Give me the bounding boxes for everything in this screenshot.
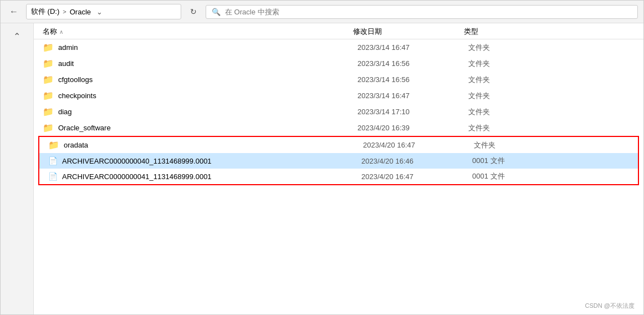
file-type: 文件夹 bbox=[468, 107, 635, 117]
folder-icon: 📁 bbox=[43, 123, 54, 133]
file-row-oradata[interactable]: 📁oradata2023/4/20 16:47文件夹 bbox=[39, 137, 638, 153]
file-name: Oracle_software bbox=[58, 124, 357, 132]
file-date: 2023/3/14 16:56 bbox=[357, 59, 468, 68]
file-date: 2023/3/14 16:47 bbox=[357, 92, 468, 100]
folder-icon: 📁 bbox=[43, 58, 54, 69]
file-name: ARCHIVEARC0000000041_1131468999.0001 bbox=[62, 172, 361, 181]
file-area: 名称 ∧ 修改日期 类型 📁admin2023/3/14 16:47文件夹📁au… bbox=[34, 23, 643, 314]
red-highlight-box: 📁oradata2023/4/20 16:47文件夹📄ARCHIVEARC000… bbox=[38, 136, 639, 185]
file-type: 0001 文件 bbox=[472, 156, 629, 166]
file-date: 2023/4/20 16:47 bbox=[363, 141, 474, 149]
file-name: admin bbox=[58, 43, 357, 52]
breadcrumb-folder: Oracle bbox=[70, 8, 91, 16]
file-date: 2023/3/14 16:47 bbox=[357, 43, 468, 52]
breadcrumb-separator: > bbox=[63, 8, 66, 15]
col-type-header[interactable]: 类型 bbox=[464, 27, 643, 37]
breadcrumb-dropdown-button[interactable]: ⌄ bbox=[94, 7, 104, 17]
breadcrumb[interactable]: 软件 (D:) > Oracle ⌄ bbox=[26, 4, 181, 19]
file-type: 0001 文件 bbox=[472, 171, 629, 181]
file-icon: 📄 bbox=[48, 172, 58, 181]
file-date: 2023/4/20 16:39 bbox=[357, 124, 468, 132]
folder-icon: 📁 bbox=[48, 140, 59, 150]
file-row-admin[interactable]: 📁admin2023/3/14 16:47文件夹 bbox=[34, 39, 643, 55]
file-name: checkpoints bbox=[58, 92, 357, 100]
sidebar: ⌃ bbox=[1, 23, 34, 314]
file-type: 文件夹 bbox=[468, 75, 635, 85]
file-date: 2023/4/20 16:46 bbox=[361, 157, 472, 165]
file-type: 文件夹 bbox=[474, 140, 629, 150]
file-row-diag[interactable]: 📁diag2023/3/14 17:10文件夹 bbox=[34, 104, 643, 120]
file-name: diag bbox=[58, 108, 357, 116]
file-list: 📁admin2023/3/14 16:47文件夹📁audit2023/3/14 … bbox=[34, 39, 643, 314]
file-type: 文件夹 bbox=[468, 123, 635, 133]
file-row-oracle_software[interactable]: 📁Oracle_software2023/4/20 16:39文件夹 bbox=[34, 120, 643, 136]
col-type-label: 类型 bbox=[464, 27, 478, 35]
folder-icon: 📁 bbox=[43, 74, 54, 85]
search-bar: 🔍 bbox=[206, 5, 638, 19]
breadcrumb-drive: 软件 (D:) bbox=[31, 7, 59, 17]
sort-arrow: ∧ bbox=[59, 29, 63, 35]
back-button[interactable]: ← bbox=[6, 4, 22, 19]
search-icon: 🔍 bbox=[212, 8, 221, 16]
file-type: 文件夹 bbox=[468, 59, 635, 69]
file-row-checkpoints[interactable]: 📁checkpoints2023/3/14 16:47文件夹 bbox=[34, 88, 643, 104]
file-row-cfgtoollogs[interactable]: 📁cfgtoollogs2023/3/14 16:56文件夹 bbox=[34, 72, 643, 88]
main-content: ⌃ 名称 ∧ 修改日期 类型 📁admin2023/3/14 16:47文件夹📁… bbox=[1, 23, 643, 314]
file-name: ARCHIVEARC0000000040_1131468999.0001 bbox=[62, 157, 361, 165]
watermark: CSDN @不依法度 bbox=[585, 302, 635, 310]
file-row-archive41[interactable]: 📄ARCHIVEARC0000000041_1131468999.0001202… bbox=[39, 169, 638, 184]
file-name: cfgtoollogs bbox=[58, 75, 357, 84]
address-bar: ← 软件 (D:) > Oracle ⌄ ↻ 🔍 bbox=[1, 1, 643, 23]
column-headers: 名称 ∧ 修改日期 类型 bbox=[34, 23, 643, 39]
sidebar-toggle[interactable]: ⌃ bbox=[11, 29, 23, 44]
file-date: 2023/4/20 16:47 bbox=[361, 172, 472, 181]
file-icon: 📄 bbox=[48, 156, 58, 165]
col-name-label: 名称 bbox=[43, 27, 57, 37]
folder-icon: 📁 bbox=[43, 106, 54, 117]
file-date: 2023/3/14 17:10 bbox=[357, 108, 468, 116]
file-row-audit[interactable]: 📁audit2023/3/14 16:56文件夹 bbox=[34, 55, 643, 72]
file-date: 2023/3/14 16:56 bbox=[357, 75, 468, 84]
file-type: 文件夹 bbox=[468, 43, 635, 53]
file-name: audit bbox=[58, 59, 357, 68]
file-name: oradata bbox=[64, 141, 363, 149]
col-date-label: 修改日期 bbox=[353, 27, 382, 35]
file-type: 文件夹 bbox=[468, 91, 635, 101]
search-input[interactable] bbox=[225, 8, 632, 16]
folder-icon: 📁 bbox=[43, 42, 54, 53]
file-row-archive40[interactable]: 📄ARCHIVEARC0000000040_1131468999.0001202… bbox=[39, 153, 638, 169]
col-date-header[interactable]: 修改日期 bbox=[353, 27, 464, 37]
col-name-header[interactable]: 名称 ∧ bbox=[43, 27, 353, 37]
refresh-button[interactable]: ↻ bbox=[186, 4, 201, 19]
folder-icon: 📁 bbox=[43, 90, 54, 101]
